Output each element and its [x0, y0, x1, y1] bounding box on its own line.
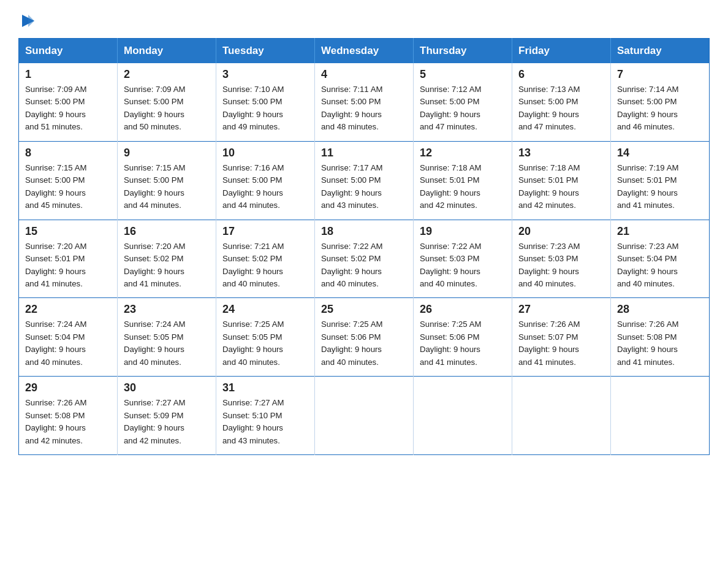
logo-icon	[20, 12, 37, 29]
calendar-cell: 17Sunrise: 7:21 AM Sunset: 5:02 PM Dayli…	[216, 220, 315, 298]
day-info: Sunrise: 7:23 AM Sunset: 5:03 PM Dayligh…	[518, 240, 604, 291]
day-number: 26	[420, 303, 506, 316]
day-number: 13	[518, 147, 604, 159]
calendar-cell: 22Sunrise: 7:24 AM Sunset: 5:04 PM Dayli…	[19, 298, 118, 377]
day-number: 8	[25, 147, 111, 159]
day-number: 21	[617, 225, 703, 238]
header-friday: Friday	[512, 39, 611, 64]
calendar-cell: 8Sunrise: 7:15 AM Sunset: 5:00 PM Daylig…	[19, 141, 118, 220]
calendar-cell	[512, 377, 611, 455]
logo-area	[18, 12, 37, 27]
day-number: 20	[518, 225, 604, 238]
day-number: 15	[25, 225, 111, 238]
day-info: Sunrise: 7:17 AM Sunset: 5:00 PM Dayligh…	[321, 162, 407, 212]
calendar-header-row: SundayMondayTuesdayWednesdayThursdayFrid…	[19, 39, 710, 64]
day-info: Sunrise: 7:22 AM Sunset: 5:02 PM Dayligh…	[321, 240, 407, 291]
calendar-cell: 13Sunrise: 7:18 AM Sunset: 5:01 PM Dayli…	[512, 141, 611, 220]
day-number: 22	[25, 303, 111, 316]
calendar-cell: 30Sunrise: 7:27 AM Sunset: 5:09 PM Dayli…	[118, 377, 216, 455]
day-info: Sunrise: 7:25 AM Sunset: 5:06 PM Dayligh…	[321, 318, 407, 369]
day-number: 2	[124, 68, 210, 81]
day-number: 25	[321, 303, 407, 316]
day-info: Sunrise: 7:11 AM Sunset: 5:00 PM Dayligh…	[321, 83, 407, 134]
calendar-cell: 27Sunrise: 7:26 AM Sunset: 5:07 PM Dayli…	[512, 298, 611, 377]
day-number: 4	[321, 68, 407, 81]
calendar-cell: 14Sunrise: 7:19 AM Sunset: 5:01 PM Dayli…	[611, 141, 710, 220]
calendar-cell: 9Sunrise: 7:15 AM Sunset: 5:00 PM Daylig…	[118, 141, 216, 220]
day-info: Sunrise: 7:24 AM Sunset: 5:04 PM Dayligh…	[25, 318, 111, 369]
day-info: Sunrise: 7:09 AM Sunset: 5:00 PM Dayligh…	[124, 83, 210, 134]
day-info: Sunrise: 7:21 AM Sunset: 5:02 PM Dayligh…	[222, 240, 308, 291]
day-info: Sunrise: 7:26 AM Sunset: 5:08 PM Dayligh…	[617, 318, 703, 369]
calendar-cell: 7Sunrise: 7:14 AM Sunset: 5:00 PM Daylig…	[611, 63, 710, 141]
calendar-cell	[611, 377, 710, 455]
header-saturday: Saturday	[611, 39, 710, 64]
day-info: Sunrise: 7:15 AM Sunset: 5:00 PM Dayligh…	[124, 162, 210, 212]
day-number: 1	[25, 68, 111, 81]
day-info: Sunrise: 7:16 AM Sunset: 5:00 PM Dayligh…	[222, 162, 308, 212]
calendar-cell: 16Sunrise: 7:20 AM Sunset: 5:02 PM Dayli…	[118, 220, 216, 298]
day-info: Sunrise: 7:24 AM Sunset: 5:05 PM Dayligh…	[124, 318, 210, 369]
day-number: 14	[617, 147, 703, 159]
calendar-cell	[414, 377, 512, 455]
calendar-cell: 3Sunrise: 7:10 AM Sunset: 5:00 PM Daylig…	[216, 63, 315, 141]
day-number: 17	[222, 225, 308, 238]
calendar-cell: 25Sunrise: 7:25 AM Sunset: 5:06 PM Dayli…	[315, 298, 414, 377]
day-number: 29	[25, 381, 111, 394]
day-number: 16	[124, 225, 210, 238]
day-number: 30	[124, 381, 210, 394]
day-number: 10	[222, 147, 308, 159]
calendar-cell: 1Sunrise: 7:09 AM Sunset: 5:00 PM Daylig…	[19, 63, 118, 141]
day-info: Sunrise: 7:25 AM Sunset: 5:05 PM Dayligh…	[222, 318, 308, 369]
calendar-cell: 11Sunrise: 7:17 AM Sunset: 5:00 PM Dayli…	[315, 141, 414, 220]
day-number: 12	[420, 147, 506, 159]
calendar-table: SundayMondayTuesdayWednesdayThursdayFrid…	[18, 38, 710, 455]
header-tuesday: Tuesday	[216, 39, 315, 64]
header-wednesday: Wednesday	[315, 39, 414, 64]
calendar-cell	[315, 377, 414, 455]
calendar-cell: 2Sunrise: 7:09 AM Sunset: 5:00 PM Daylig…	[118, 63, 216, 141]
calendar-cell: 29Sunrise: 7:26 AM Sunset: 5:08 PM Dayli…	[19, 377, 118, 455]
day-number: 18	[321, 225, 407, 238]
header-sunday: Sunday	[19, 39, 118, 64]
calendar-cell: 31Sunrise: 7:27 AM Sunset: 5:10 PM Dayli…	[216, 377, 315, 455]
calendar-cell: 20Sunrise: 7:23 AM Sunset: 5:03 PM Dayli…	[512, 220, 611, 298]
day-info: Sunrise: 7:26 AM Sunset: 5:07 PM Dayligh…	[518, 318, 604, 369]
calendar-cell: 23Sunrise: 7:24 AM Sunset: 5:05 PM Dayli…	[118, 298, 216, 377]
day-number: 5	[420, 68, 506, 81]
calendar-week-row: 22Sunrise: 7:24 AM Sunset: 5:04 PM Dayli…	[19, 298, 710, 377]
day-number: 27	[518, 303, 604, 316]
day-number: 6	[518, 68, 604, 81]
day-number: 9	[124, 147, 210, 159]
calendar-cell: 6Sunrise: 7:13 AM Sunset: 5:00 PM Daylig…	[512, 63, 611, 141]
calendar-cell: 12Sunrise: 7:18 AM Sunset: 5:01 PM Dayli…	[414, 141, 512, 220]
calendar-cell: 18Sunrise: 7:22 AM Sunset: 5:02 PM Dayli…	[315, 220, 414, 298]
day-info: Sunrise: 7:27 AM Sunset: 5:10 PM Dayligh…	[222, 397, 308, 447]
day-info: Sunrise: 7:22 AM Sunset: 5:03 PM Dayligh…	[420, 240, 506, 291]
day-info: Sunrise: 7:20 AM Sunset: 5:01 PM Dayligh…	[25, 240, 111, 291]
day-info: Sunrise: 7:12 AM Sunset: 5:00 PM Dayligh…	[420, 83, 506, 134]
svg-marker-1	[28, 15, 34, 27]
calendar-week-row: 1Sunrise: 7:09 AM Sunset: 5:00 PM Daylig…	[19, 63, 710, 141]
calendar-week-row: 8Sunrise: 7:15 AM Sunset: 5:00 PM Daylig…	[19, 141, 710, 220]
day-number: 28	[617, 303, 703, 316]
calendar-cell: 28Sunrise: 7:26 AM Sunset: 5:08 PM Dayli…	[611, 298, 710, 377]
day-info: Sunrise: 7:13 AM Sunset: 5:00 PM Dayligh…	[518, 83, 604, 134]
day-info: Sunrise: 7:26 AM Sunset: 5:08 PM Dayligh…	[25, 397, 111, 447]
day-number: 3	[222, 68, 308, 81]
day-info: Sunrise: 7:18 AM Sunset: 5:01 PM Dayligh…	[420, 162, 506, 212]
day-info: Sunrise: 7:18 AM Sunset: 5:01 PM Dayligh…	[518, 162, 604, 212]
header-monday: Monday	[118, 39, 216, 64]
day-info: Sunrise: 7:27 AM Sunset: 5:09 PM Dayligh…	[124, 397, 210, 447]
calendar-cell: 19Sunrise: 7:22 AM Sunset: 5:03 PM Dayli…	[414, 220, 512, 298]
day-info: Sunrise: 7:15 AM Sunset: 5:00 PM Dayligh…	[25, 162, 111, 212]
calendar-cell: 26Sunrise: 7:25 AM Sunset: 5:06 PM Dayli…	[414, 298, 512, 377]
calendar-cell: 24Sunrise: 7:25 AM Sunset: 5:05 PM Dayli…	[216, 298, 315, 377]
day-info: Sunrise: 7:20 AM Sunset: 5:02 PM Dayligh…	[124, 240, 210, 291]
calendar-cell: 15Sunrise: 7:20 AM Sunset: 5:01 PM Dayli…	[19, 220, 118, 298]
day-info: Sunrise: 7:19 AM Sunset: 5:01 PM Dayligh…	[617, 162, 703, 212]
page-header	[18, 12, 710, 27]
header-thursday: Thursday	[414, 39, 512, 64]
day-number: 11	[321, 147, 407, 159]
calendar-week-row: 29Sunrise: 7:26 AM Sunset: 5:08 PM Dayli…	[19, 377, 710, 455]
